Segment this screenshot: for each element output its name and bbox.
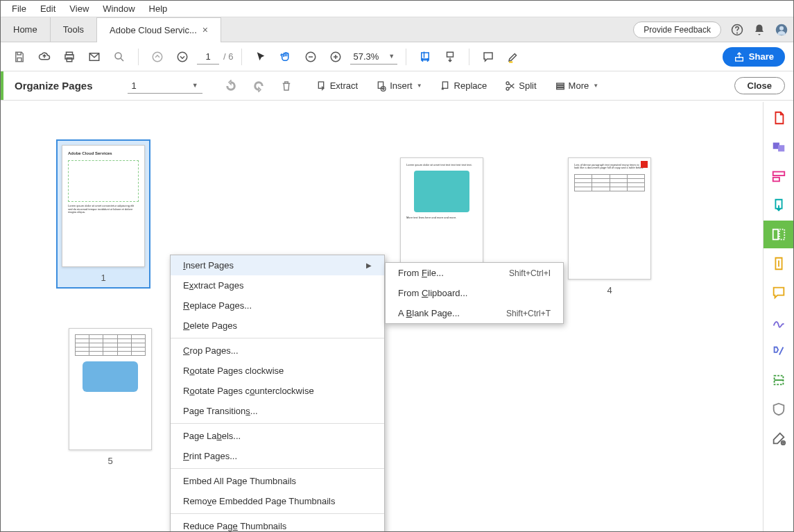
export-pdf-icon[interactable] — [771, 198, 786, 213]
sub-from-clipboard[interactable]: From Clipboard... — [386, 283, 563, 303]
create-pdf-icon[interactable] — [771, 110, 786, 126]
page-down-icon[interactable] — [172, 46, 193, 67]
sign-icon[interactable] — [771, 314, 786, 329]
rotate-ccw-icon[interactable] — [221, 76, 241, 96]
svg-rect-29 — [773, 230, 777, 240]
print-icon[interactable] — [59, 46, 80, 67]
svg-rect-28 — [773, 178, 779, 182]
replace-button[interactable]: Replace — [435, 78, 493, 94]
tab-home[interactable]: Home — [1, 17, 51, 42]
organize-pages-title: Organize Pages — [15, 80, 93, 92]
comment-icon[interactable] — [478, 46, 499, 67]
selection-tool-icon[interactable] — [250, 46, 271, 67]
ctx-replace-pages[interactable]: Replace Pages... — [171, 295, 384, 316]
svg-point-20 — [506, 82, 509, 85]
page-up-icon[interactable] — [147, 46, 168, 67]
split-button[interactable]: Split — [499, 78, 542, 94]
svg-rect-26 — [778, 145, 784, 151]
ctx-remove-embedded-thumbs[interactable]: Remove Embedded Page Thumbnails — [171, 491, 384, 511]
redact-icon[interactable] — [771, 343, 786, 359]
right-tool-rail — [763, 102, 793, 531]
ctx-insert-pages[interactable]: Insert Pages▶ — [171, 255, 384, 275]
svg-rect-19 — [442, 82, 447, 88]
menu-view[interactable]: View — [62, 2, 96, 15]
thumbnail-number: 5 — [107, 456, 112, 466]
zoom-out-icon[interactable] — [300, 46, 321, 67]
rotate-cw-icon[interactable] — [248, 76, 269, 96]
page-total-label: / 6 — [223, 51, 233, 62]
svg-point-8 — [115, 53, 121, 59]
accent-strip — [1, 71, 3, 100]
search-icon[interactable] — [109, 46, 130, 67]
context-menu: Insert Pages▶ Exxtract Pages Replace Pag… — [170, 255, 385, 532]
page-thumbnail-1[interactable]: Adobe Cloud ServicesLorem ipsum dolor si… — [56, 139, 150, 289]
svg-point-21 — [506, 87, 509, 90]
more-button[interactable]: More▼ — [549, 78, 605, 94]
ctx-extract-pages[interactable]: Exxtract Pages — [171, 275, 384, 295]
menu-file[interactable]: File — [5, 2, 33, 15]
tab-bar: Home Tools Adobe Cloud Servic...× Provid… — [1, 17, 793, 42]
ctx-embed-thumbs[interactable]: Embed All Page Thumbnails — [171, 471, 384, 491]
save-icon[interactable] — [9, 46, 30, 67]
zoom-in-icon[interactable] — [325, 46, 346, 67]
cloud-upload-icon[interactable] — [34, 46, 55, 67]
delete-icon[interactable] — [276, 76, 297, 96]
thumbnail-number: 1 — [101, 273, 105, 283]
organize-page-select[interactable]: 1▼ — [128, 78, 202, 94]
hand-tool-icon[interactable] — [275, 46, 296, 67]
svg-rect-17 — [379, 82, 383, 88]
svg-point-9 — [153, 52, 162, 62]
svg-rect-13 — [422, 53, 429, 59]
close-organize-button[interactable]: Close — [734, 77, 785, 94]
ctx-rotate-cw[interactable]: Rootate Pages clockwise — [171, 361, 384, 381]
ctx-reduce-thumbs[interactable]: Reduce Page Thumbnails — [171, 516, 384, 532]
scan-icon[interactable] — [771, 372, 786, 388]
tab-tools[interactable]: Tools — [51, 17, 97, 42]
page-number-input[interactable] — [197, 49, 219, 65]
page-thumbnail-5[interactable]: 5 — [69, 328, 152, 466]
insert-button[interactable]: Insert▼ — [370, 78, 427, 94]
help-icon[interactable] — [731, 24, 743, 36]
svg-rect-24 — [556, 87, 564, 89]
account-avatar[interactable] — [775, 24, 788, 36]
edit-pdf-icon[interactable] — [771, 169, 786, 184]
organize-pages-icon[interactable] — [771, 227, 786, 242]
comment-tool-icon[interactable] — [771, 285, 786, 300]
sub-blank-page[interactable]: A Blank Page...Shift+Ctrl+T — [386, 303, 563, 323]
main-toolbar: / 6 57.3%▼ Share — [1, 42, 793, 71]
menu-help[interactable]: Help — [142, 2, 175, 15]
bell-icon[interactable] — [753, 24, 766, 36]
provide-feedback-button[interactable]: Provide Feedback — [633, 22, 721, 38]
ctx-delete-pages[interactable]: Delete Pages — [171, 316, 384, 336]
combine-icon[interactable] — [771, 139, 786, 155]
svg-point-3 — [779, 26, 784, 30]
ctx-page-labels[interactable]: Page Labels... — [171, 426, 384, 446]
ctx-rotate-ccw[interactable]: Rootate Pages counterclockwise — [171, 381, 384, 401]
svg-rect-23 — [556, 85, 564, 87]
mail-icon[interactable] — [84, 46, 105, 67]
page-thumbnail-4[interactable]: Lots of dense paragraph text repeated ma… — [568, 157, 651, 295]
share-button[interactable]: Share — [723, 47, 785, 67]
tab-document[interactable]: Adobe Cloud Servic...× — [97, 17, 221, 42]
menu-window[interactable]: Window — [96, 2, 141, 15]
fit-width-icon[interactable] — [415, 46, 435, 67]
svg-rect-14 — [447, 52, 454, 57]
highlight-icon[interactable] — [503, 46, 524, 67]
menu-edit[interactable]: Edit — [33, 2, 62, 15]
fit-page-icon[interactable] — [440, 46, 460, 67]
svg-point-10 — [178, 52, 187, 62]
svg-point-1 — [737, 33, 738, 33]
organize-pages-bar: Organize Pages 1▼ Extract Insert▼ Replac… — [1, 71, 793, 101]
ctx-crop-pages[interactable]: Crop Pages... — [171, 341, 384, 361]
menubar: File Edit View Window Help — [1, 1, 793, 17]
ctx-page-transitions[interactable]: Page Transitions... — [171, 401, 384, 421]
sub-from-file[interactable]: From File...Shift+Ctrl+I — [386, 263, 563, 283]
protect-icon[interactable] — [771, 402, 786, 417]
extract-button[interactable]: Extract — [311, 78, 363, 94]
compress-icon[interactable] — [771, 256, 786, 271]
svg-rect-27 — [773, 172, 784, 176]
ctx-print-pages[interactable]: Print Pages... — [171, 446, 384, 466]
close-tab-icon[interactable]: × — [202, 24, 208, 35]
more-tools-icon[interactable] — [771, 431, 786, 446]
zoom-select[interactable]: 57.3%▼ — [350, 49, 397, 65]
